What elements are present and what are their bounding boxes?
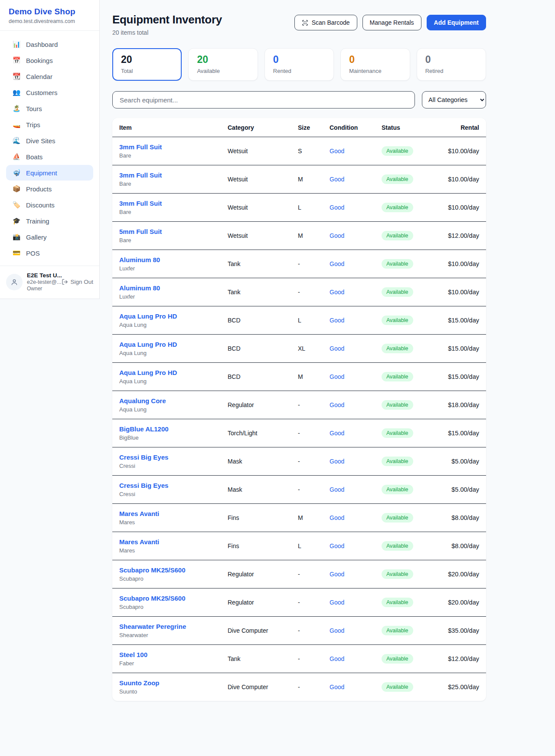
- sidebar-item-products[interactable]: 📦 Products: [6, 181, 93, 197]
- equipment-condition-link[interactable]: Good: [330, 514, 382, 521]
- sidebar-icon-customers: 👥: [12, 89, 21, 96]
- scan-barcode-button[interactable]: Scan Barcode: [294, 15, 357, 30]
- equipment-brand: Luxfer: [119, 265, 228, 272]
- table-row: Mares Avanti Mares Fins L Good Available…: [112, 532, 486, 560]
- equipment-condition-link[interactable]: Good: [330, 542, 382, 549]
- stat-card-maintenance[interactable]: 0 Maintenance: [340, 48, 410, 81]
- equipment-category: BCD: [228, 373, 298, 380]
- equipment-condition-link[interactable]: Good: [330, 627, 382, 634]
- main-content: Equipment Inventory 20 items total Scan …: [100, 0, 486, 701]
- equipment-condition-link[interactable]: Good: [330, 148, 382, 154]
- status-badge: Available: [382, 626, 413, 635]
- equipment-condition-link[interactable]: Good: [330, 655, 382, 662]
- equipment-name-link[interactable]: Aluminum 80: [119, 256, 228, 263]
- equipment-condition-link[interactable]: Good: [330, 317, 382, 324]
- sidebar-item-training[interactable]: 🎓 Training: [6, 213, 93, 229]
- equipment-name-link[interactable]: 3mm Full Suit: [119, 200, 228, 207]
- equipment-name-link[interactable]: Aqua Lung Pro HD: [119, 341, 228, 348]
- equipment-condition-link[interactable]: Good: [330, 373, 382, 380]
- status-badge: Available: [382, 654, 413, 664]
- add-equipment-button[interactable]: Add Equipment: [427, 15, 486, 30]
- table-row: Shearwater Peregrine Shearwater Dive Com…: [112, 616, 486, 644]
- table-row: Aqua Lung Pro HD Aqua Lung BCD L Good Av…: [112, 306, 486, 334]
- equipment-name-link[interactable]: Mares Avanti: [119, 510, 228, 517]
- equipment-condition-link[interactable]: Good: [330, 486, 382, 493]
- manage-rentals-button[interactable]: Manage Rentals: [362, 15, 421, 30]
- equipment-name-link[interactable]: 3mm Full Suit: [119, 143, 228, 151]
- equipment-rental-rate: $25.00/day: [438, 684, 479, 690]
- status-badge: Available: [382, 146, 413, 156]
- equipment-category: Dive Computer: [228, 627, 298, 634]
- equipment-rental-rate: $20.00/day: [438, 599, 479, 606]
- equipment-name-link[interactable]: 5mm Full Suit: [119, 228, 228, 235]
- equipment-size: -: [298, 289, 330, 296]
- stat-card-rented[interactable]: 0 Rented: [264, 48, 334, 81]
- equipment-brand: Bare: [119, 181, 228, 187]
- equipment-condition-link[interactable]: Good: [330, 430, 382, 437]
- items-total-count: 20 items total: [112, 29, 222, 36]
- sidebar-item-pos[interactable]: 💳 POS: [6, 245, 93, 261]
- sidebar-item-equipment[interactable]: 🤿 Equipment: [6, 165, 93, 181]
- filter-bar: All Categories: [112, 91, 486, 108]
- equipment-category: Mask: [228, 486, 298, 493]
- equipment-rental-rate: $15.00/day: [438, 317, 479, 324]
- equipment-name-link[interactable]: Steel 100: [119, 651, 228, 658]
- equipment-name-link[interactable]: Scubapro MK25/S600: [119, 566, 228, 574]
- stat-card-available[interactable]: 20 Available: [188, 48, 258, 81]
- sidebar-item-dashboard[interactable]: 📊 Dashboard: [6, 36, 93, 52]
- sidebar-item-dive-sites[interactable]: 🌊 Dive Sites: [6, 133, 93, 148]
- sidebar-item-discounts[interactable]: 🏷️ Discounts: [6, 197, 93, 213]
- sidebar-item-bookings[interactable]: 📅 Bookings: [6, 53, 93, 68]
- equipment-brand: Mares: [119, 519, 228, 526]
- equipment-condition-link[interactable]: Good: [330, 232, 382, 239]
- status-badge: Available: [382, 541, 413, 551]
- search-input[interactable]: [112, 91, 415, 108]
- equipment-name-link[interactable]: Aluminum 80: [119, 284, 228, 292]
- equipment-condition-link[interactable]: Good: [330, 458, 382, 465]
- equipment-condition-link[interactable]: Good: [330, 345, 382, 352]
- equipment-brand: Bare: [119, 152, 228, 159]
- equipment-condition-link[interactable]: Good: [330, 204, 382, 211]
- stat-card-total[interactable]: 20 Total: [112, 48, 182, 81]
- equipment-size: M: [298, 176, 330, 183]
- sidebar-item-trips[interactable]: 🚤 Trips: [6, 117, 93, 132]
- equipment-name-link[interactable]: Suunto Zoop: [119, 679, 228, 687]
- equipment-condition-link[interactable]: Good: [330, 571, 382, 578]
- equipment-name-link[interactable]: Shearwater Peregrine: [119, 623, 228, 630]
- equipment-name-link[interactable]: BigBlue AL1200: [119, 425, 228, 433]
- sidebar-item-gallery[interactable]: 📸 Gallery: [6, 229, 93, 245]
- equipment-name-link[interactable]: Aqua Lung Pro HD: [119, 312, 228, 320]
- equipment-category: Mask: [228, 458, 298, 465]
- sidebar-item-calendar[interactable]: 📆 Calendar: [6, 69, 93, 84]
- sign-out-button[interactable]: Sign Out: [62, 279, 93, 285]
- sidebar-item-customers[interactable]: 👥 Customers: [6, 85, 93, 100]
- table-row: 3mm Full Suit Bare Wetsuit M Good Availa…: [112, 165, 486, 193]
- stat-label: Available: [197, 68, 249, 74]
- equipment-condition-link[interactable]: Good: [330, 599, 382, 606]
- equipment-name-link[interactable]: Aqua Lung Pro HD: [119, 369, 228, 376]
- equipment-rental-rate: $10.00/day: [438, 148, 479, 154]
- stat-label: Retired: [425, 68, 477, 74]
- equipment-name-link[interactable]: Scubapro MK25/S600: [119, 595, 228, 602]
- sidebar-item-label: Calendar: [26, 73, 52, 80]
- equipment-condition-link[interactable]: Good: [330, 684, 382, 690]
- sidebar-item-tours[interactable]: 🏝️ Tours: [6, 101, 93, 116]
- equipment-name-link[interactable]: Cressi Big Eyes: [119, 482, 228, 489]
- sidebar-icon-gallery: 📸: [12, 233, 21, 241]
- stat-value: 20: [121, 54, 173, 65]
- equipment-condition-link[interactable]: Good: [330, 289, 382, 296]
- equipment-condition-link[interactable]: Good: [330, 401, 382, 408]
- equipment-condition-link[interactable]: Good: [330, 176, 382, 183]
- brand-link[interactable]: Demo Dive Shop: [9, 7, 91, 16]
- sidebar-item-boats[interactable]: ⛵ Boats: [6, 149, 93, 164]
- user-role: Owner: [27, 286, 57, 292]
- status-badge: Available: [382, 203, 413, 212]
- stat-card-retired[interactable]: 0 Retired: [417, 48, 486, 81]
- equipment-name-link[interactable]: Aqualung Core: [119, 397, 228, 404]
- equipment-name-link[interactable]: Cressi Big Eyes: [119, 454, 228, 461]
- equipment-condition-link[interactable]: Good: [330, 260, 382, 267]
- equipment-size: L: [298, 542, 330, 549]
- equipment-name-link[interactable]: Mares Avanti: [119, 538, 228, 546]
- equipment-name-link[interactable]: 3mm Full Suit: [119, 171, 228, 179]
- category-select[interactable]: All Categories: [422, 91, 486, 108]
